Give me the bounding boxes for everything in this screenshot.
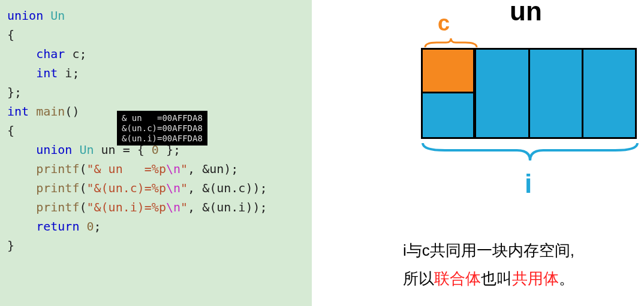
i-brace-icon xyxy=(421,141,639,165)
code-brace: { xyxy=(7,123,14,138)
output-tooltip: & un =00AFFDA8 &(un.c)=00AFFDA8 &(un.i)=… xyxy=(117,111,207,146)
code-panel: union Un { char c; int i; }; int main() … xyxy=(0,0,312,306)
code-str: " xyxy=(180,162,188,176)
code-func: main xyxy=(36,104,65,119)
code-kw: int xyxy=(7,104,29,119)
memory-cell xyxy=(583,50,635,137)
code-str: "& un =%p xyxy=(86,162,165,176)
code-brace: } xyxy=(7,238,14,253)
memory-cell xyxy=(530,50,583,137)
c-label: c xyxy=(438,11,450,36)
explain-red: 联合体 xyxy=(434,269,481,287)
code-text: ( xyxy=(79,200,86,214)
code-func: printf xyxy=(36,181,79,195)
diagram-panel: un c i i与c共同用一块内存空间, 所以联合体也叫共用体。 xyxy=(312,0,644,306)
code-str: "&(un.c)=%p xyxy=(86,181,165,195)
code-brace: }; xyxy=(7,85,22,99)
code-text: i; xyxy=(58,66,79,80)
code-kw: union xyxy=(7,8,43,23)
code-text: () xyxy=(65,104,79,119)
code-text: , &(un.i)); xyxy=(188,200,267,214)
memory-cell-c-lower xyxy=(421,93,475,139)
code-type: Un xyxy=(79,143,94,157)
code-type: Un xyxy=(50,8,65,23)
code-str: " xyxy=(180,200,188,214)
code-text: ( xyxy=(79,181,86,195)
code-esc: \n xyxy=(166,181,180,195)
code-text: , &un); xyxy=(188,162,238,176)
code-esc: \n xyxy=(166,162,180,176)
code-esc: \n xyxy=(166,200,180,214)
memory-cell xyxy=(476,50,529,137)
code-kw: return xyxy=(36,219,79,234)
explain-line1: i与c共同用一块内存空间, xyxy=(403,241,574,259)
code-func: printf xyxy=(36,162,79,176)
explain-line2e: 。 xyxy=(559,269,574,287)
code-text: ; xyxy=(94,219,101,234)
code-num: 0 xyxy=(86,219,94,234)
explain-red: 共用体 xyxy=(512,269,559,287)
explain-line2a: 所以 xyxy=(403,269,434,287)
code-text: c; xyxy=(65,47,86,61)
code-str: "&(un.i)=%p xyxy=(86,200,165,214)
code-kw: int xyxy=(36,66,58,80)
code-kw: union xyxy=(36,143,72,157)
explanation-text: i与c共同用一块内存空间, 所以联合体也叫共用体。 xyxy=(403,237,574,293)
code-text: ( xyxy=(79,162,86,176)
code-func: printf xyxy=(36,200,79,214)
code-kw: char xyxy=(36,47,65,61)
memory-cell-c xyxy=(421,48,475,93)
code-str: " xyxy=(180,181,188,195)
explain-line2c: 也叫 xyxy=(481,269,512,287)
i-label: i xyxy=(525,169,532,199)
c-brace-icon xyxy=(423,37,481,49)
code-text: , &(un.c)); xyxy=(188,181,267,195)
code-brace: { xyxy=(7,28,14,42)
un-label: un xyxy=(510,0,542,26)
